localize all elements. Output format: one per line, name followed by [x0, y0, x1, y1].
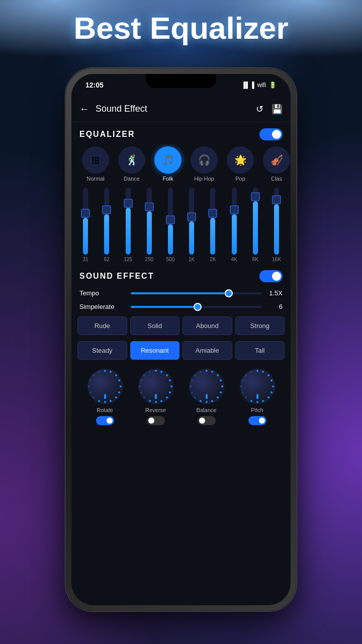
eq-thumb-0[interactable]: [81, 209, 90, 218]
knob-reverse[interactable]: [138, 369, 173, 404]
effect-btn-r2-tall[interactable]: Tall: [235, 341, 285, 360]
knob-rotate[interactable]: [87, 369, 123, 404]
genre-row: ⊞Normal🕺Dance🎵Folk🎧Hip Hop🌟Pop🎻Clas: [71, 144, 291, 184]
eq-track-0[interactable]: [83, 188, 88, 255]
knob-item-rotate: Rotate: [87, 369, 123, 425]
eq-fill-7: [232, 214, 237, 255]
eq-track-9[interactable]: [274, 188, 279, 255]
back-button[interactable]: ←: [79, 103, 89, 115]
eq-freq-9: 16K: [272, 257, 281, 262]
eq-freq-4: 500: [166, 257, 175, 262]
eq-band-1K: 1K: [182, 188, 202, 262]
eq-freq-1: 62: [104, 257, 110, 262]
eq-band-62: 62: [97, 188, 117, 262]
genre-item-normal[interactable]: ⊞Normal: [79, 146, 112, 182]
eq-thumb-1[interactable]: [102, 205, 111, 214]
eq-fill-8: [253, 201, 258, 255]
eq-track-6[interactable]: [210, 188, 215, 255]
genre-icon-3: 🎧: [191, 146, 218, 174]
genre-item-hip-hop[interactable]: 🎧Hip Hop: [188, 146, 220, 182]
genre-item-folk[interactable]: 🎵Folk: [152, 146, 184, 182]
wifi-icon: wifi: [257, 82, 266, 89]
sound-effect-toggle[interactable]: [259, 270, 283, 282]
eq-track-2[interactable]: [126, 188, 131, 255]
genre-icon-4: 🌟: [227, 146, 254, 174]
knob-item-pitch: Pitch: [240, 369, 275, 425]
eq-freq-5: 1K: [189, 257, 195, 262]
eq-thumb-9[interactable]: [272, 195, 281, 204]
knob-indicator-1: [155, 394, 157, 399]
genre-icon-1: 🕺: [118, 146, 145, 174]
eq-track-7[interactable]: [232, 188, 237, 255]
eq-thumb-3[interactable]: [145, 202, 154, 211]
eq-fill-2: [126, 208, 131, 255]
phone-container: 12:05 ▐▌▐ wifi 🔋 ← Sound Effect ↺ 💾: [65, 68, 297, 611]
genre-item-pop[interactable]: 🌟Pop: [224, 146, 256, 182]
effect-btn-r1-strong[interactable]: Strong: [235, 316, 285, 335]
slider-thumb-0[interactable]: [225, 289, 233, 297]
effect-btn-r2-resonant[interactable]: Resonant: [130, 341, 180, 360]
knob-dots-1: [136, 367, 175, 406]
slider-track-1[interactable]: [131, 306, 261, 308]
sliders-container: Tempo1.5XSimpelerate6: [71, 286, 291, 313]
effect-btn-r1-rude[interactable]: Rude: [77, 316, 127, 335]
status-icons: ▐▌▐ wifi 🔋: [241, 82, 277, 89]
main-title: Best Equalizer: [0, 10, 362, 46]
genre-label-1: Dance: [124, 176, 140, 182]
eq-freq-2: 125: [124, 257, 132, 262]
eq-track-3[interactable]: [147, 188, 152, 255]
knob-toggle-reverse[interactable]: [147, 416, 165, 425]
eq-track-4[interactable]: [168, 188, 173, 255]
effect-btn-r2-steady[interactable]: Steady: [77, 341, 127, 360]
eq-freq-3: 250: [145, 257, 153, 262]
save-button[interactable]: 💾: [272, 104, 283, 115]
genre-label-4: Pop: [235, 176, 245, 182]
eq-band-31: 31: [75, 188, 96, 262]
effect-btn-r2-amiable[interactable]: Amiable: [183, 341, 232, 360]
toolbar-title: Sound Effect: [96, 104, 250, 114]
knobs-row: RotateReverseBalancePitch: [71, 363, 291, 427]
eq-track-8[interactable]: [253, 188, 258, 255]
effect-btn-r1-solid[interactable]: Solid: [130, 316, 180, 335]
knob-balance[interactable]: [189, 369, 224, 404]
genre-label-5: Clas: [271, 176, 282, 182]
eq-thumb-5[interactable]: [187, 212, 196, 221]
slider-row-1: Simpelerate6: [71, 300, 291, 313]
knob-label-2: Balance: [197, 407, 217, 413]
knob-dots-3: [238, 367, 277, 406]
effect-buttons-row1: RudeSolidAboundStrong: [71, 313, 291, 338]
equalizer-toggle[interactable]: [259, 128, 283, 140]
signal-icon: ▐▌▐: [241, 82, 254, 89]
knob-toggle-balance[interactable]: [198, 416, 216, 425]
eq-fill-4: [168, 224, 173, 255]
refresh-button[interactable]: ↺: [256, 104, 263, 115]
eq-thumb-4[interactable]: [166, 215, 175, 224]
genre-item-clas[interactable]: 🎻Clas: [260, 146, 291, 182]
effect-btn-r1-abound[interactable]: Abound: [183, 316, 232, 335]
eq-thumb-8[interactable]: [251, 192, 260, 201]
genre-icon-0: ⊞: [82, 146, 109, 174]
slider-value-0: 1.5X: [267, 289, 283, 297]
eq-freq-7: 4K: [231, 257, 237, 262]
knob-label-0: Rotate: [97, 407, 113, 413]
eq-thumb-7[interactable]: [230, 205, 239, 214]
eq-track-1[interactable]: [104, 188, 109, 255]
genre-label-3: Hip Hop: [194, 176, 214, 182]
eq-track-5[interactable]: [189, 188, 194, 255]
knob-toggle-rotate[interactable]: [96, 416, 114, 425]
eq-thumb-2[interactable]: [124, 199, 133, 208]
phone-inner: 12:05 ▐▌▐ wifi 🔋 ← Sound Effect ↺ 💾: [71, 74, 291, 605]
slider-thumb-1[interactable]: [194, 303, 202, 311]
eq-freq-8: 8K: [252, 257, 258, 262]
genre-item-dance[interactable]: 🕺Dance: [116, 146, 148, 182]
knob-pitch[interactable]: [240, 369, 275, 404]
equalizer-title: EQUALIZER: [79, 130, 135, 139]
eq-fill-3: [147, 211, 152, 255]
phone-outer: 12:05 ▐▌▐ wifi 🔋 ← Sound Effect ↺ 💾: [65, 68, 297, 611]
eq-band-500: 500: [160, 188, 180, 262]
slider-fill-0: [131, 292, 225, 294]
slider-track-0[interactable]: [131, 292, 261, 294]
eq-thumb-6[interactable]: [208, 209, 217, 218]
eq-freq-6: 2K: [210, 257, 216, 262]
knob-toggle-pitch[interactable]: [248, 416, 266, 425]
